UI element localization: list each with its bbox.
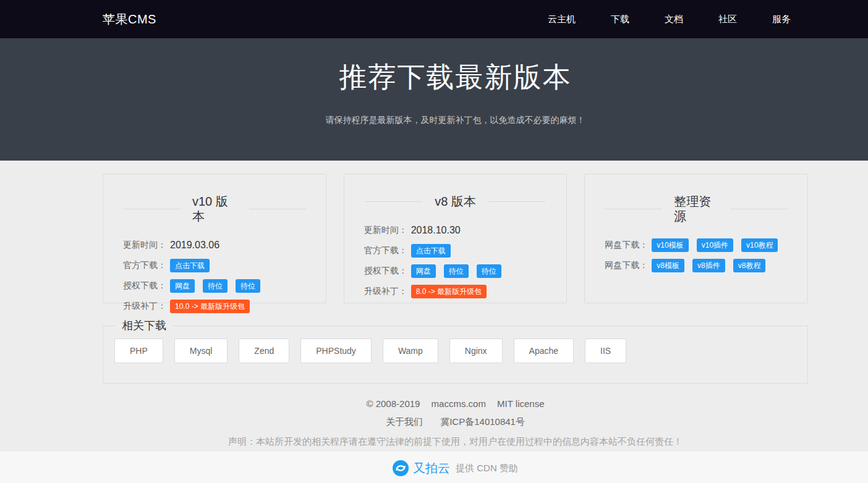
card-title-v8: v8 版本 (364, 194, 547, 209)
related-btn-wamp[interactable]: Wamp (383, 338, 438, 363)
chip-v10-reserved-2[interactable]: 待位 (236, 279, 260, 293)
related-downloads-panel: 相关下载 PHPMysqlZendPHPStudyWampNginxApache… (103, 326, 808, 384)
chip-v10-upgrade-pack[interactable]: 10.0 -> 最新版升级包 (170, 300, 250, 313)
row-value: 2019.03.06 (170, 240, 219, 251)
title-left-line (605, 209, 662, 209)
card-title-resources: 整理资源 (605, 194, 788, 224)
chip-v10-tutorial[interactable]: v10教程 (741, 238, 778, 252)
related-btn-apache[interactable]: Apache (514, 338, 574, 363)
chip-v8-reserved-2[interactable]: 待位 (477, 264, 501, 278)
hero-title: 推荐下载最新版本 (103, 62, 808, 93)
related-btn-nginx[interactable]: Nginx (449, 338, 503, 363)
about-us-link[interactable]: 关于我们 (386, 416, 423, 427)
title-right-line (249, 209, 306, 209)
title-left-line (365, 201, 422, 202)
card-row: 网盘下载：v10模板v10插件v10教程 (605, 237, 788, 253)
chip-v8-netdisk[interactable]: 网盘 (411, 264, 436, 278)
title-left-line (123, 209, 180, 209)
upyun-brand-text[interactable]: 又拍云 (413, 460, 450, 477)
nav-item-cloud-host[interactable]: 云主机 (548, 14, 576, 25)
nav-item-community[interactable]: 社区 (718, 14, 737, 25)
related-btn-phpstudy[interactable]: PHPStudy (300, 338, 372, 363)
row-label: 官方下载： (364, 245, 407, 256)
card-row: 官方下载：点击下载 (123, 258, 306, 274)
row-label: 授权下载： (123, 280, 166, 292)
card-v10: v10 版本更新时间：2019.03.06官方下载：点击下载授权下载：网盘待位待… (103, 174, 326, 303)
title-right-line (731, 209, 788, 209)
related-btn-iis[interactable]: IIS (585, 338, 626, 363)
card-title-text: v8 版本 (435, 194, 476, 209)
title-right-line (488, 201, 545, 202)
chip-v10-plugin[interactable]: v10插件 (697, 238, 733, 252)
related-btn-mysql[interactable]: Mysql (174, 338, 228, 363)
site-logo[interactable]: 苹果CMS (103, 11, 156, 28)
sponsor-bar: 又拍云 提供 CDN 赞助 (0, 452, 868, 483)
nav-item-download[interactable]: 下载 (611, 14, 629, 25)
card-title-text: 整理资源 (674, 194, 718, 224)
row-label: 升级补丁： (364, 286, 407, 297)
chip-v8-plugin[interactable]: v8插件 (692, 259, 725, 272)
card-row: 授权下载：网盘待位待位 (364, 263, 547, 279)
top-navbar: 苹果CMS 云主机下载文档社区服务 (0, 0, 868, 38)
row-label: 官方下载： (123, 260, 166, 271)
related-btn-php[interactable]: PHP (114, 338, 163, 363)
cdn-sponsor-text: 提供 CDN 赞助 (456, 463, 518, 474)
related-downloads-title: 相关下载 (114, 318, 174, 333)
card-row: 官方下载：点击下载 (364, 243, 547, 259)
card-v8: v8 版本更新时间：2018.10.30官方下载：点击下载授权下载：网盘待位待位… (344, 174, 568, 303)
row-label: 网盘下载： (605, 260, 648, 271)
card-row: 升级补丁：10.0 -> 最新版升级包 (123, 298, 306, 314)
row-label: 网盘下载： (605, 240, 648, 251)
chip-v10-template[interactable]: v10模板 (652, 238, 688, 252)
chip-v8-tutorial[interactable]: v8教程 (733, 259, 766, 272)
nav-menu: 云主机下载文档社区服务 (548, 14, 808, 25)
card-row: 授权下载：网盘待位待位 (123, 278, 306, 294)
chip-v8-official-download[interactable]: 点击下载 (411, 244, 451, 258)
card-title-v10: v10 版本 (123, 194, 306, 224)
copyright-text: © 2008-2019 (366, 398, 420, 409)
nav-item-docs[interactable]: 文档 (665, 14, 683, 25)
hero-banner: 推荐下载最新版本 请保持程序是最新版本，及时更新补丁包，以免造成不必要的麻烦！ (0, 38, 868, 161)
copyright-line: © 2008-2019 maccms.com MIT license (103, 398, 808, 409)
version-cards: v10 版本更新时间：2019.03.06官方下载：点击下载授权下载：网盘待位待… (103, 174, 808, 303)
nav-item-service[interactable]: 服务 (772, 14, 791, 25)
row-label: 更新时间： (364, 225, 407, 236)
chip-v8-template[interactable]: v8模板 (652, 259, 684, 272)
card-resources: 整理资源网盘下载：v10模板v10插件v10教程网盘下载：v8模板v8插件v8教… (584, 174, 808, 303)
chip-v8-upgrade-pack[interactable]: 8.0 -> 最新版升级包 (411, 285, 487, 298)
license-text: MIT license (497, 398, 544, 409)
row-value: 2018.10.30 (411, 225, 461, 236)
card-row: 升级补丁：8.0 -> 最新版升级包 (364, 284, 547, 300)
card-title-text: v10 版本 (192, 194, 237, 224)
icp-number-link[interactable]: 冀ICP备14010841号 (440, 416, 525, 427)
chip-v8-reserved-1[interactable]: 待位 (444, 264, 469, 278)
disclaimer-text: 声明：本站所开发的相关程序请在遵守法律的前提下使用，对用户在使用过程中的信息内容… (103, 436, 808, 448)
row-label: 授权下载： (364, 266, 407, 277)
chip-v10-netdisk[interactable]: 网盘 (170, 279, 195, 293)
footer-links-line: 关于我们 冀ICP备14010841号 (103, 416, 808, 428)
chip-v10-official-download[interactable]: 点击下载 (170, 259, 210, 272)
related-btn-zend[interactable]: Zend (239, 338, 289, 363)
related-buttons: PHPMysqlZendPHPStudyWampNginxApacheIIS (114, 338, 796, 363)
row-label: 升级补丁： (123, 301, 166, 312)
card-row: 更新时间：2018.10.30 (364, 222, 547, 238)
card-row: 更新时间：2019.03.06 (123, 237, 306, 253)
card-row: 网盘下载：v8模板v8插件v8教程 (605, 258, 788, 274)
domain-text: maccms.com (432, 398, 486, 409)
row-label: 更新时间： (123, 240, 166, 251)
upyun-logo-icon[interactable] (393, 460, 409, 476)
hero-subtitle: 请保持程序是最新版本，及时更新补丁包，以免造成不必要的麻烦！ (103, 115, 808, 126)
chip-v10-reserved-1[interactable]: 待位 (203, 279, 228, 293)
